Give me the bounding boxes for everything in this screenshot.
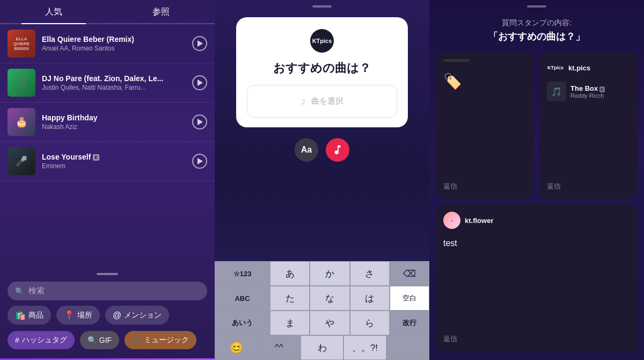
key-wa[interactable]: わ (301, 335, 343, 360)
avatar: 🌸 (443, 212, 460, 229)
key-ya[interactable]: や (310, 311, 349, 335)
keyboard-row-3: あいう ま や ら 改行 (215, 311, 429, 335)
response-text: test (443, 239, 630, 248)
play-icon (197, 80, 203, 86)
username: kt.flower (465, 217, 493, 225)
song-thumbnail: ELLAQUIEREBEBER (8, 30, 35, 57)
avatar: KTpics (547, 59, 564, 76)
card-bar (443, 59, 470, 62)
tab-popular[interactable]: 人気 (0, 6, 107, 23)
tag-mention[interactable]: @ メンション (105, 306, 169, 325)
song-title: DJ No Pare (feat. Zion, Dalex, Le... (42, 74, 192, 83)
song-thumb: 🎵 (547, 82, 566, 101)
song-thumbnail: 🎤 (8, 147, 35, 175)
play-button[interactable] (192, 36, 207, 51)
reply-button-1[interactable]: 返信 (443, 182, 526, 191)
text-button[interactable]: Aa (295, 138, 318, 162)
drag-handle (527, 5, 546, 8)
quick-tag-row: 🛍️ 商品 📍 場所 @ メンション (0, 306, 215, 331)
song-info: The BoxE Roddy Ricch (570, 84, 605, 99)
question-card: KTpics おすすめの曲は？ ♪ 曲を選択 (236, 17, 408, 127)
bottom-spacer (429, 351, 644, 360)
search-input[interactable]: 検索 (28, 286, 45, 296)
key-na[interactable]: な (310, 286, 349, 311)
key-emoji[interactable]: 😊 (215, 335, 258, 360)
panel-popular-music: 人気 参照 ELLAQUIEREBEBER Ella Quiere Beber … (0, 0, 215, 360)
response-header: 質問スタンプの内容: 「おすすめの曲は？」 (429, 13, 644, 52)
song-title: Lose YourselfE (42, 153, 192, 161)
reply-button-3[interactable]: 返信 (443, 334, 630, 344)
key-ka[interactable]: か (310, 261, 349, 286)
key-ha[interactable]: は (350, 286, 390, 311)
key-ra[interactable]: ら (350, 311, 390, 335)
drag-handle (312, 5, 332, 8)
response-card-3[interactable]: 🌸 kt.flower test 返信 (436, 204, 638, 351)
song-response: 🎵 The BoxE Roddy Ricch (547, 82, 630, 101)
user-row: KTpics kt.pics (547, 59, 630, 76)
song-list: ELLAQUIEREBEBER Ella Quiere Beber (Remix… (0, 24, 215, 269)
avatar: KTpics (310, 29, 334, 53)
key-ta[interactable]: た (270, 286, 310, 311)
reply-button-2[interactable]: 返信 (547, 182, 630, 191)
response-card-1[interactable]: 🏷️ 返信 (436, 52, 534, 199)
music-note-icon: ♪ (301, 95, 306, 107)
select-song-area[interactable]: ♪ 曲を選択 (247, 85, 397, 118)
key-return[interactable]: 改行 (390, 311, 429, 335)
tag-goods[interactable]: 🛍️ 商品 (8, 306, 51, 325)
gif-button[interactable]: 🔍 GIF (80, 331, 119, 349)
key-space[interactable]: 空白 (390, 286, 429, 311)
music-picker-button[interactable] (326, 138, 349, 162)
play-button[interactable] (192, 114, 207, 129)
list-item[interactable]: 🎂 Happy Birthday Nakash Aziz (0, 103, 215, 142)
header-question: 「おすすめの曲は？」 (440, 30, 633, 43)
play-button[interactable] (192, 154, 207, 169)
bottom-tag-row: # ハッシュタグ 🔍 GIF 🎵 ミュージック (0, 331, 215, 360)
song-artist: Justin Quiles, Natti Natasha, Farru... (42, 84, 192, 91)
list-item[interactable]: 🎤 Lose YourselfE Eminem (0, 142, 215, 181)
keyboard-row-1: ☆123 あ か さ ⌫ (215, 261, 429, 286)
music-button[interactable]: 🎵 ミュージック (125, 331, 196, 349)
list-item[interactable]: ELLAQUIEREBEBER Ella Quiere Beber (Remix… (0, 24, 215, 63)
hashtag-button[interactable]: # ハッシュタグ (8, 331, 75, 349)
music-icon: 🎵 (132, 336, 141, 344)
key-a[interactable]: あ (270, 261, 310, 286)
tag-location[interactable]: 📍 場所 (56, 306, 100, 325)
list-item[interactable]: 🎵 DJ No Pare (feat. Zion, Dalex, Le... J… (0, 63, 215, 103)
key-sa[interactable]: さ (350, 261, 390, 286)
song-artist: Anuel AA, Romeo Santos (42, 45, 192, 52)
keyboard-row-4: 😊 ^^ わ 、。?! (215, 335, 429, 360)
song-info: Ella Quiere Beber (Remix) Anuel AA, Rome… (42, 35, 192, 52)
hashtag-icon: # (15, 336, 19, 344)
song-artist: Eminem (42, 162, 192, 170)
song-artist: Roddy Ricch (570, 92, 605, 99)
keyboard: ☆123 あ か さ ⌫ ABC た な は 空白 あいう ま や ら 改行 😊… (215, 261, 429, 360)
toolbar: Aa (295, 138, 349, 162)
key-aiueo[interactable]: あいう (215, 311, 270, 335)
key-empty (386, 335, 429, 360)
song-title: Ella Quiere Beber (Remix) (42, 35, 192, 44)
song-title: Happy Birthday (42, 113, 192, 122)
play-icon (197, 40, 203, 47)
header-label: 質問スタンプの内容: (440, 18, 633, 28)
search-bar[interactable]: 🔍 検索 (8, 282, 207, 300)
key-delete[interactable]: ⌫ (390, 261, 429, 286)
play-icon (197, 119, 203, 125)
key-abc[interactable]: ABC (215, 286, 270, 311)
song-info: Lose YourselfE Eminem (42, 153, 192, 170)
play-button[interactable] (192, 75, 207, 90)
location-icon: 📍 (64, 310, 75, 320)
key-punct[interactable]: 、。?! (343, 335, 386, 360)
search-gif-icon: 🔍 (87, 336, 97, 344)
tab-browse[interactable]: 参照 (107, 6, 215, 23)
key-ma[interactable]: ま (270, 311, 310, 335)
user-row: 🌸 kt.flower (443, 212, 630, 229)
response-card-2[interactable]: KTpics kt.pics 🎵 The BoxE Roddy Ricch 返信 (539, 52, 638, 199)
song-title: The BoxE (570, 84, 605, 92)
key-123[interactable]: ☆123 (215, 261, 270, 286)
play-icon (197, 158, 203, 164)
song-artist: Nakash Aziz (42, 123, 192, 131)
username: kt.pics (568, 64, 590, 72)
response-emoji: 🏷️ (443, 73, 526, 90)
key-hat[interactable]: ^^ (258, 335, 301, 360)
drag-handle (97, 273, 118, 275)
